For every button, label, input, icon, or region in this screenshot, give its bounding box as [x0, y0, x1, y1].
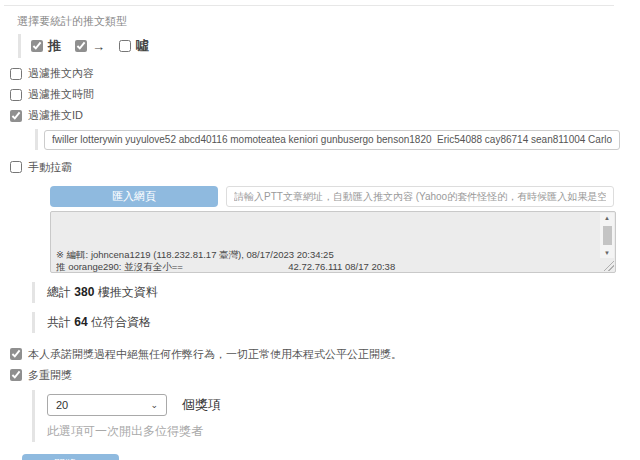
boo-checkbox-label[interactable]: 噓	[136, 37, 149, 55]
push-content-line: 推 oorange290: 並沒有全小== 42.72.76.111 08/17…	[56, 261, 595, 273]
resize-grip-icon[interactable]	[602, 259, 614, 271]
push-checkbox-label[interactable]: 推	[48, 37, 61, 55]
multi-draw-label[interactable]: 多重開獎	[28, 368, 72, 383]
ptt-url-input[interactable]	[226, 186, 614, 207]
filter-content-label[interactable]: 過濾推文內容	[28, 66, 94, 81]
total-pushes-value: 380	[74, 285, 94, 299]
boo-checkbox[interactable]	[119, 40, 131, 52]
push-content-line: ※ 編輯: johncena1219 (118.232.81.17 臺灣), 0…	[56, 249, 595, 261]
prize-count-value: 20	[56, 399, 68, 411]
multi-draw-checkbox[interactable]	[10, 369, 22, 381]
qualified-count-value: 64	[74, 315, 87, 329]
filter-id-row: 過濾推文ID	[10, 108, 614, 123]
arrow-checkbox-label[interactable]: →	[92, 39, 105, 54]
filter-content-checkbox[interactable]	[10, 68, 22, 80]
prize-count-label: 個獎項	[182, 396, 221, 414]
filter-time-checkbox[interactable]	[10, 89, 22, 101]
manual-pull-label[interactable]: 手動拉霸	[28, 160, 72, 175]
import-row: 匯入網頁	[50, 186, 614, 207]
push-type-group: 推 → 噓	[18, 34, 614, 58]
chevron-down-icon: ⌄	[150, 400, 158, 410]
scroll-up-icon[interactable]: ▲	[604, 213, 610, 223]
filter-time-label[interactable]: 過濾推文時間	[28, 87, 94, 102]
push-type-section-title: 選擇要統計的推文類型	[17, 14, 614, 29]
total-pushes-stat: 總計 380 樓推文資料	[32, 282, 614, 303]
prize-count-select[interactable]: 20 ⌄	[47, 394, 167, 416]
scrollbar-thumb[interactable]	[603, 226, 612, 245]
id-filter-input[interactable]	[44, 130, 620, 150]
import-webpage-button[interactable]: 匯入網頁	[50, 186, 218, 207]
fair-draw-promise-row: 本人承諾開獎過程中絕無任何作弊行為，一切正常使用本程式公平公正開獎。	[10, 347, 614, 362]
multi-draw-row: 多重開獎	[10, 368, 614, 383]
qualified-count-stat: 共計 64 位符合資格	[32, 312, 614, 333]
filter-content-row: 過濾推文內容	[10, 66, 614, 81]
fair-draw-promise-checkbox[interactable]	[10, 348, 22, 360]
textarea-scrollbar[interactable]: ▲ ▼	[600, 213, 614, 258]
push-checkbox[interactable]	[31, 40, 43, 52]
filter-time-row: 過濾推文時間	[10, 87, 614, 102]
id-filter-group	[35, 129, 614, 150]
push-content-lines: ※ 編輯: johncena1219 (118.232.81.17 臺灣), 0…	[56, 215, 595, 273]
filter-id-checkbox[interactable]	[10, 110, 22, 122]
push-content-line: 推 rockyshen: 2大4小 36.236.202.103 08/17 2…	[56, 272, 595, 273]
arrow-checkbox[interactable]	[75, 40, 87, 52]
top-divider	[4, 5, 614, 6]
lottery-tool-page: 選擇要統計的推文類型 推 → 噓 過濾推文內容 過濾推文時間 過濾推文ID 手動…	[0, 5, 640, 460]
push-content-textarea[interactable]: ※ 編輯: johncena1219 (118.232.81.17 臺灣), 0…	[50, 211, 616, 273]
manual-pull-row: 手動拉霸	[10, 160, 614, 175]
scroll-down-icon[interactable]: ▼	[604, 248, 610, 258]
filter-id-label[interactable]: 過濾推文ID	[28, 108, 83, 123]
manual-pull-checkbox[interactable]	[10, 161, 22, 173]
multi-draw-hint: 此選項可一次開出多位得獎者	[47, 423, 614, 440]
prize-count-group: 20 ⌄ 個獎項 此選項可一次開出多位得獎者	[32, 390, 614, 442]
draw-button[interactable]: 開獎！	[22, 454, 119, 460]
fair-draw-promise-label[interactable]: 本人承諾開獎過程中絕無任何作弊行為，一切正常使用本程式公平公正開獎。	[28, 347, 402, 362]
